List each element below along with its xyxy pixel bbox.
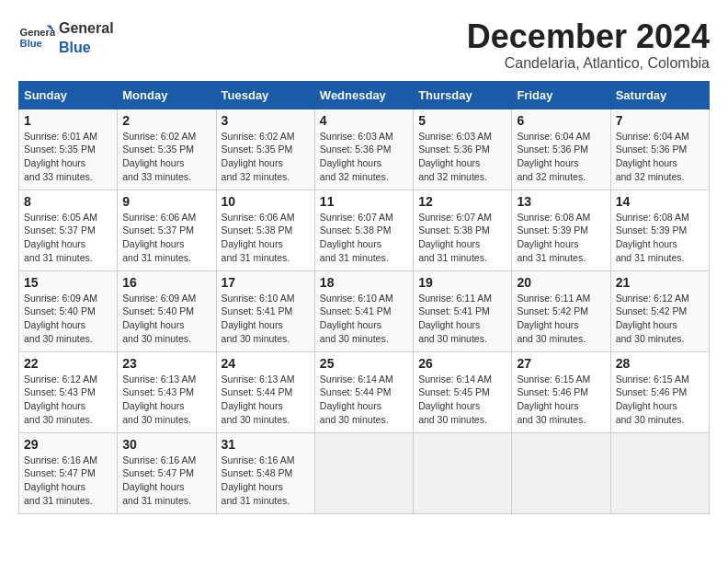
calendar-cell: 21 Sunrise: 6:12 AM Sunset: 5:42 PM Dayl…: [610, 270, 709, 351]
day-number: 17: [222, 275, 310, 290]
logo-text: General Blue: [59, 18, 114, 57]
week-row-5: 29 Sunrise: 6:16 AM Sunset: 5:47 PM Dayl…: [19, 432, 710, 513]
day-info: Sunrise: 6:01 AM Sunset: 5:35 PM Dayligh…: [24, 130, 112, 184]
svg-text:Blue: Blue: [20, 38, 42, 49]
calendar-cell: 19 Sunrise: 6:11 AM Sunset: 5:41 PM Dayl…: [414, 270, 512, 351]
calendar-cell: [314, 432, 413, 513]
calendar-table: SundayMondayTuesdayWednesdayThursdayFrid…: [18, 81, 710, 514]
calendar-cell: 13 Sunrise: 6:08 AM Sunset: 5:39 PM Dayl…: [512, 190, 610, 270]
day-number: 5: [418, 113, 506, 128]
day-number: 3: [222, 113, 310, 128]
calendar-cell: 7 Sunrise: 6:04 AM Sunset: 5:36 PM Dayli…: [610, 109, 709, 190]
calendar-title: December 2024: [467, 18, 710, 55]
weekday-header-tuesday: Tuesday: [216, 81, 314, 109]
calendar-cell: 15 Sunrise: 6:09 AM Sunset: 5:40 PM Dayl…: [19, 270, 118, 351]
day-number: 29: [24, 437, 112, 452]
day-number: 19: [418, 275, 506, 290]
title-area: December 2024 Candelaria, Atlantico, Col…: [467, 18, 710, 72]
calendar-cell: 29 Sunrise: 6:16 AM Sunset: 5:47 PM Dayl…: [19, 432, 118, 513]
day-info: Sunrise: 6:09 AM Sunset: 5:40 PM Dayligh…: [24, 292, 112, 346]
day-number: 23: [122, 356, 210, 371]
calendar-cell: 24 Sunrise: 6:13 AM Sunset: 5:44 PM Dayl…: [216, 351, 314, 432]
day-number: 7: [616, 113, 704, 128]
calendar-cell: 4 Sunrise: 6:03 AM Sunset: 5:36 PM Dayli…: [314, 109, 413, 190]
calendar-cell: 20 Sunrise: 6:11 AM Sunset: 5:42 PM Dayl…: [512, 270, 610, 351]
day-info: Sunrise: 6:10 AM Sunset: 5:41 PM Dayligh…: [320, 292, 408, 346]
calendar-cell: 2 Sunrise: 6:02 AM Sunset: 5:35 PM Dayli…: [118, 109, 216, 190]
day-number: 27: [517, 356, 605, 371]
weekday-header-monday: Monday: [118, 81, 216, 109]
day-number: 21: [616, 275, 704, 290]
day-number: 31: [222, 437, 310, 452]
calendar-cell: 23 Sunrise: 6:13 AM Sunset: 5:43 PM Dayl…: [118, 351, 216, 432]
day-number: 4: [320, 113, 408, 128]
week-row-3: 15 Sunrise: 6:09 AM Sunset: 5:40 PM Dayl…: [19, 270, 710, 351]
day-number: 9: [122, 194, 210, 209]
day-info: Sunrise: 6:04 AM Sunset: 5:36 PM Dayligh…: [616, 130, 704, 184]
day-number: 15: [24, 275, 112, 290]
day-info: Sunrise: 6:13 AM Sunset: 5:43 PM Dayligh…: [122, 373, 210, 427]
day-info: Sunrise: 6:14 AM Sunset: 5:44 PM Dayligh…: [320, 373, 408, 427]
day-info: Sunrise: 6:05 AM Sunset: 5:37 PM Dayligh…: [24, 211, 112, 265]
day-info: Sunrise: 6:11 AM Sunset: 5:42 PM Dayligh…: [517, 292, 605, 346]
logo-icon: General Blue: [18, 19, 55, 56]
day-info: Sunrise: 6:16 AM Sunset: 5:47 PM Dayligh…: [24, 454, 112, 508]
day-number: 14: [616, 194, 704, 209]
calendar-cell: 12 Sunrise: 6:07 AM Sunset: 5:38 PM Dayl…: [414, 190, 512, 270]
day-number: 18: [320, 275, 408, 290]
day-number: 28: [616, 356, 704, 371]
day-number: 25: [320, 356, 408, 371]
calendar-cell: 28 Sunrise: 6:15 AM Sunset: 5:46 PM Dayl…: [610, 351, 709, 432]
day-info: Sunrise: 6:06 AM Sunset: 5:38 PM Dayligh…: [222, 211, 310, 265]
day-number: 10: [222, 194, 310, 209]
weekday-header-row: SundayMondayTuesdayWednesdayThursdayFrid…: [19, 81, 710, 109]
week-row-4: 22 Sunrise: 6:12 AM Sunset: 5:43 PM Dayl…: [19, 351, 710, 432]
calendar-cell: [610, 432, 709, 513]
day-info: Sunrise: 6:15 AM Sunset: 5:46 PM Dayligh…: [517, 373, 605, 427]
day-number: 2: [122, 113, 210, 128]
day-info: Sunrise: 6:07 AM Sunset: 5:38 PM Dayligh…: [418, 211, 506, 265]
day-info: Sunrise: 6:06 AM Sunset: 5:37 PM Dayligh…: [122, 211, 210, 265]
header: General Blue General Blue December 2024 …: [18, 18, 710, 72]
day-number: 1: [24, 113, 112, 128]
logo-blue: Blue: [59, 40, 91, 55]
logo: General Blue General Blue: [18, 18, 114, 57]
calendar-subtitle: Candelaria, Atlantico, Colombia: [467, 55, 710, 72]
day-info: Sunrise: 6:09 AM Sunset: 5:40 PM Dayligh…: [122, 292, 210, 346]
day-info: Sunrise: 6:03 AM Sunset: 5:36 PM Dayligh…: [320, 130, 408, 184]
day-info: Sunrise: 6:02 AM Sunset: 5:35 PM Dayligh…: [122, 130, 210, 184]
day-info: Sunrise: 6:11 AM Sunset: 5:41 PM Dayligh…: [418, 292, 506, 346]
calendar-cell: 8 Sunrise: 6:05 AM Sunset: 5:37 PM Dayli…: [19, 190, 118, 270]
day-number: 22: [24, 356, 112, 371]
weekday-header-sunday: Sunday: [19, 81, 118, 109]
day-info: Sunrise: 6:03 AM Sunset: 5:36 PM Dayligh…: [418, 130, 506, 184]
weekday-header-friday: Friday: [512, 81, 610, 109]
calendar-cell: 27 Sunrise: 6:15 AM Sunset: 5:46 PM Dayl…: [512, 351, 610, 432]
calendar-cell: 14 Sunrise: 6:08 AM Sunset: 5:39 PM Dayl…: [610, 190, 709, 270]
calendar-cell: 3 Sunrise: 6:02 AM Sunset: 5:35 PM Dayli…: [216, 109, 314, 190]
calendar-cell: 26 Sunrise: 6:14 AM Sunset: 5:45 PM Dayl…: [414, 351, 512, 432]
day-number: 16: [122, 275, 210, 290]
day-info: Sunrise: 6:12 AM Sunset: 5:43 PM Dayligh…: [24, 373, 112, 427]
day-number: 30: [122, 437, 210, 452]
calendar-cell: 16 Sunrise: 6:09 AM Sunset: 5:40 PM Dayl…: [118, 270, 216, 351]
day-info: Sunrise: 6:07 AM Sunset: 5:38 PM Dayligh…: [320, 211, 408, 265]
calendar-cell: 1 Sunrise: 6:01 AM Sunset: 5:35 PM Dayli…: [19, 109, 118, 190]
weekday-header-saturday: Saturday: [610, 81, 709, 109]
day-number: 6: [517, 113, 605, 128]
day-number: 11: [320, 194, 408, 209]
day-number: 8: [24, 194, 112, 209]
day-info: Sunrise: 6:13 AM Sunset: 5:44 PM Dayligh…: [222, 373, 310, 427]
calendar-cell: [512, 432, 610, 513]
calendar-cell: 11 Sunrise: 6:07 AM Sunset: 5:38 PM Dayl…: [314, 190, 413, 270]
day-number: 24: [222, 356, 310, 371]
calendar-cell: 22 Sunrise: 6:12 AM Sunset: 5:43 PM Dayl…: [19, 351, 118, 432]
day-number: 12: [418, 194, 506, 209]
calendar-cell: 5 Sunrise: 6:03 AM Sunset: 5:36 PM Dayli…: [414, 109, 512, 190]
weekday-header-wednesday: Wednesday: [314, 81, 413, 109]
calendar-cell: 30 Sunrise: 6:16 AM Sunset: 5:47 PM Dayl…: [118, 432, 216, 513]
week-row-2: 8 Sunrise: 6:05 AM Sunset: 5:37 PM Dayli…: [19, 190, 710, 270]
day-info: Sunrise: 6:12 AM Sunset: 5:42 PM Dayligh…: [616, 292, 704, 346]
day-info: Sunrise: 6:10 AM Sunset: 5:41 PM Dayligh…: [222, 292, 310, 346]
weekday-header-thursday: Thursday: [414, 81, 512, 109]
